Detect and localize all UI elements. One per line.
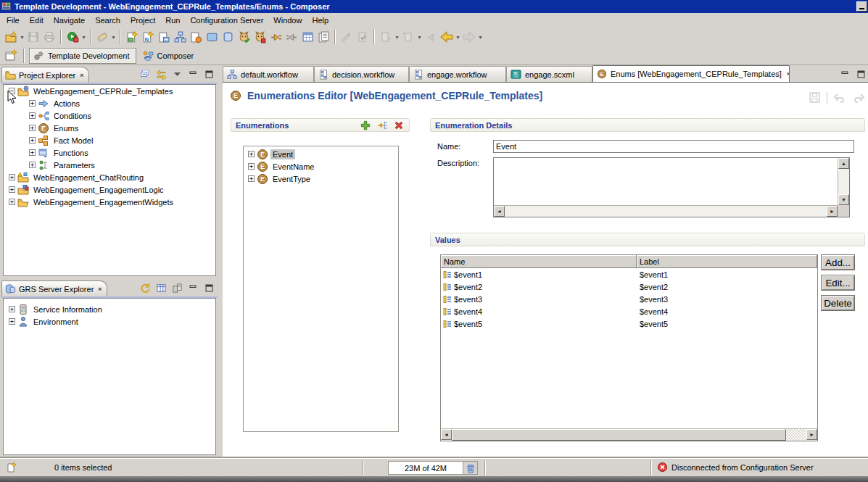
menu-window[interactable]: Window xyxy=(268,14,307,26)
column-header-label[interactable]: Label xyxy=(637,255,817,268)
save-icon[interactable] xyxy=(809,91,821,104)
previous-edit-dropdown-arrow[interactable] xyxy=(416,29,423,45)
new-callflow-button[interactable] xyxy=(124,29,140,45)
enum-node-label[interactable]: Event xyxy=(270,149,295,159)
table-row[interactable]: $event2 $event2 xyxy=(441,281,817,293)
tree-node-label[interactable]: WebEngagement_EngagementWidgets xyxy=(31,197,175,207)
tree-node-functions[interactable]: Functions xyxy=(4,146,215,159)
redo-icon[interactable] xyxy=(852,92,865,104)
tree-node-label[interactable]: Service Information xyxy=(31,304,104,315)
perspective-composer[interactable]: Composer xyxy=(139,48,200,64)
tree-node-label[interactable]: WebEngagement_CEPRule_Templates xyxy=(31,86,175,96)
enum-node-event[interactable]: E Event xyxy=(244,148,398,160)
forward-dropdown-arrow[interactable] xyxy=(477,29,484,45)
maximize-editor-button[interactable] xyxy=(855,68,867,80)
previous-edit-button[interactable] xyxy=(400,29,416,45)
menu-run[interactable]: Run xyxy=(160,14,185,26)
minimize-view-button[interactable] xyxy=(187,282,199,294)
run-dropdown-arrow[interactable] xyxy=(80,29,87,45)
run-button[interactable] xyxy=(65,29,80,45)
add-value-button[interactable]: Add... xyxy=(821,254,855,270)
minimize-view-button[interactable] xyxy=(187,68,199,80)
scroll-left-icon[interactable]: ◄ xyxy=(494,206,505,217)
view-menu-button[interactable] xyxy=(171,68,183,80)
menu-project[interactable]: Project xyxy=(125,14,160,26)
delete-value-button[interactable]: Delete xyxy=(821,295,855,311)
last-edit-location-button[interactable] xyxy=(378,29,394,45)
maximize-view-button[interactable] xyxy=(203,282,215,294)
perspective-template-development[interactable]: Template Development xyxy=(29,48,136,64)
back-small-button[interactable] xyxy=(423,29,439,45)
description-horizontal-scrollbar[interactable]: ◄ ► xyxy=(494,205,838,217)
open-console-button[interactable] xyxy=(299,29,315,45)
tree-node-label[interactable]: Actions xyxy=(51,99,82,109)
scrollbar-thumb[interactable] xyxy=(452,429,786,441)
save-button[interactable] xyxy=(25,29,41,45)
new-diagram-button[interactable] xyxy=(172,29,188,45)
expand-toggle[interactable] xyxy=(29,125,36,131)
back-button[interactable] xyxy=(439,29,455,45)
tree-node-label[interactable]: Environment xyxy=(31,317,80,327)
expand-toggle[interactable] xyxy=(248,151,255,157)
project-explorer-tab[interactable]: Project Explorer xyxy=(1,67,89,83)
close-icon[interactable] xyxy=(98,286,102,293)
new-workflow-button[interactable]: N xyxy=(140,29,156,45)
name-input[interactable] xyxy=(493,140,854,153)
editor-tab-decision-workflow[interactable]: decision.workflow xyxy=(314,66,409,82)
enum-node-label[interactable]: EventType xyxy=(270,174,313,184)
open-notes-button[interactable] xyxy=(315,29,331,45)
validate-button[interactable] xyxy=(236,29,252,45)
delete-enumeration-button[interactable] xyxy=(393,120,405,131)
minimize-editor-button[interactable] xyxy=(839,68,851,80)
review-button[interactable] xyxy=(355,29,371,45)
expand-toggle[interactable] xyxy=(9,186,15,193)
tree-node-label[interactable]: Fact Model xyxy=(51,136,95,146)
back-dropdown-arrow[interactable] xyxy=(455,29,461,45)
scroll-right-icon[interactable]: ► xyxy=(806,429,817,440)
expand-toggle[interactable] xyxy=(9,306,15,312)
description-textarea[interactable]: ▲ ▼ ◄ ► xyxy=(493,157,850,217)
tree-node-label[interactable]: WebEngagement_ChatRouting xyxy=(31,173,146,183)
enum-node-eventname[interactable]: E EventName xyxy=(244,160,398,173)
tree-node-engagementwidgets[interactable]: WebEngagement_EngagementWidgets xyxy=(4,196,215,208)
servers-view-button[interactable] xyxy=(171,282,183,294)
scroll-left-icon[interactable]: ◄ xyxy=(441,429,452,440)
menu-configuration-server[interactable]: Configuration Server xyxy=(185,14,268,26)
menu-search[interactable]: Search xyxy=(90,14,125,26)
tree-node-environment[interactable]: Environment xyxy=(4,315,215,328)
new-wizard-dropdown-arrow[interactable] xyxy=(19,29,25,45)
annotate-button[interactable] xyxy=(339,29,355,45)
tree-node-root[interactable]: WebEngagement_CEPRule_Templates xyxy=(4,85,215,97)
tree-node-label[interactable]: Enums xyxy=(51,123,80,133)
table-row[interactable]: $event4 $event4 xyxy=(441,305,817,317)
new-subroutine-button[interactable] xyxy=(156,29,172,45)
open-perspective-button[interactable] xyxy=(3,48,19,64)
tree-node-conditions[interactable]: Conditions xyxy=(4,109,215,122)
expand-toggle[interactable] xyxy=(9,318,15,325)
scroll-right-icon[interactable]: ► xyxy=(827,206,838,217)
editor-tab-enums[interactable]: E Enums [WebEngagement_CEPRule_Templates… xyxy=(592,65,790,82)
menu-help[interactable]: Help xyxy=(307,14,334,26)
garbage-collect-button[interactable] xyxy=(463,462,477,474)
table-row[interactable]: $event1 $event1 xyxy=(441,268,817,281)
maximize-view-button[interactable] xyxy=(203,68,215,80)
table-row[interactable]: $event5 $event5 xyxy=(441,317,817,330)
collapse-all-button[interactable] xyxy=(139,68,151,80)
tree-node-enums[interactable]: E Enums xyxy=(4,122,215,134)
close-icon[interactable] xyxy=(80,72,83,79)
erase-button[interactable] xyxy=(94,29,110,45)
forward-button[interactable] xyxy=(461,29,477,45)
minimize-window-button[interactable] xyxy=(856,1,867,12)
show-preview-button[interactable] xyxy=(204,29,220,45)
scroll-up-icon[interactable]: ▲ xyxy=(838,158,849,169)
deploy-button[interactable] xyxy=(220,29,236,45)
expand-toggle[interactable] xyxy=(248,175,255,182)
enum-node-label[interactable]: EventName xyxy=(270,162,316,172)
editor-tab-default-workflow[interactable]: default.workflow xyxy=(223,66,314,82)
last-edit-dropdown-arrow[interactable] xyxy=(394,29,400,45)
table-row[interactable]: $event3 $event3 xyxy=(441,293,817,305)
expand-toggle[interactable] xyxy=(29,162,36,168)
undo-icon[interactable] xyxy=(833,92,846,104)
table-view-button[interactable] xyxy=(155,282,167,294)
tree-node-parameters[interactable]: Parameters xyxy=(4,159,215,171)
